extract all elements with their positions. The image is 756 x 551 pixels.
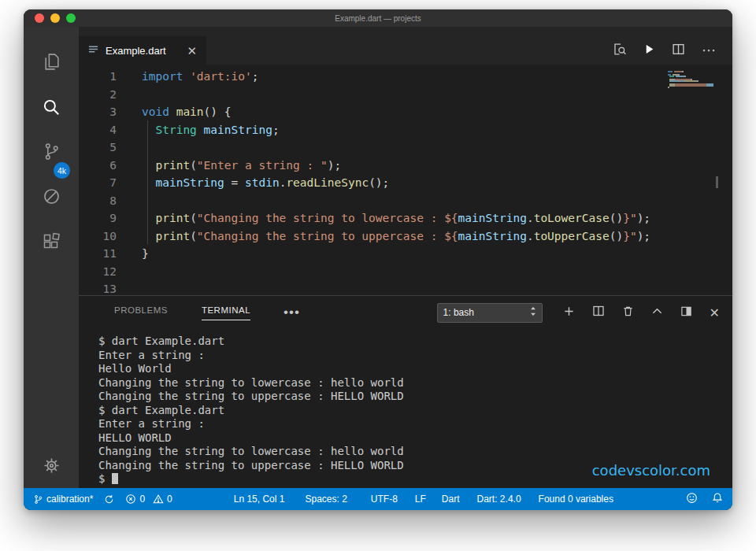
code-line: 8 [79,192,732,210]
line-number: 10 [79,227,142,246]
sync-icon [104,494,114,505]
tab-bar: Example.dart ✕ [79,27,732,65]
line-number: 1 [79,68,142,86]
window-title: Example.dart — projects [335,14,421,23]
terminal-line: $ dart Example.dart [98,404,732,418]
line-number: 6 [79,157,142,175]
line-number: 3 [79,103,142,121]
terminal-line: Hello World [98,362,732,376]
close-window-button[interactable] [35,13,44,23]
terminal-cursor [112,473,118,484]
tab-terminal[interactable]: TERMINAL [202,305,250,320]
errors-status[interactable]: 0 [125,494,145,505]
code-line: 9 print("Changing the string to lowercas… [79,209,732,227]
zoom-window-button[interactable] [66,13,76,23]
editor-lines: 1import 'dart:io';23void main() {4 Strin… [79,68,732,295]
tab-problems[interactable]: PROBLEMS [114,305,168,320]
git-branch-icon [33,494,43,505]
eol-status[interactable]: LF [415,494,426,505]
panel-more-icon[interactable]: ••• [284,305,300,320]
error-icon [125,494,136,505]
line-number: 9 [79,209,142,227]
code-line: 4 String mainString; [79,121,732,139]
code-line: 1import 'dart:io'; [79,68,732,86]
panel-layout-icon[interactable] [680,305,692,320]
activity-explorer[interactable] [32,39,70,84]
code-editor[interactable]: 1import 'dart:io';23void main() {4 Strin… [79,65,732,295]
new-terminal-icon[interactable] [563,305,575,320]
line-number: 5 [79,139,142,157]
tab-example-dart[interactable]: Example.dart ✕ [79,36,206,65]
activity-debug[interactable] [32,174,70,219]
code-line: 12 [79,263,732,281]
extensions-icon [42,232,61,251]
indent-guide [147,120,148,244]
maximize-panel-icon[interactable] [651,305,663,320]
files-icon [42,52,61,72]
kill-terminal-icon[interactable] [622,305,634,320]
branch-status[interactable]: calibration* [33,494,93,505]
shell-select-value: 1: bash [443,307,474,318]
warnings-status[interactable]: 0 [153,494,172,505]
line-number: 13 [79,280,142,295]
more-actions-icon[interactable]: ⋯ [702,42,717,59]
activity-source-control[interactable]: 4k [32,129,70,174]
status-bar: calibration* 0 0 [24,488,732,510]
search-editor-icon[interactable] [612,42,627,60]
activity-extensions[interactable] [32,219,70,264]
terminal-shell-select[interactable]: 1: bash [437,303,543,323]
terminal-line: $ dart Example.dart [98,335,732,349]
minimize-window-button[interactable] [50,13,60,23]
terminal-line: Enter a string : [98,417,732,431]
sync-status[interactable] [104,494,114,505]
encoding-status[interactable]: UTF-8 [371,494,398,505]
activity-search[interactable] [32,84,70,129]
source-control-icon [42,142,61,161]
panel-actions: ✕ [563,305,720,320]
line-number: 2 [79,86,142,104]
line-number: 12 [79,263,142,281]
gear-icon [42,464,61,478]
titlebar[interactable]: Example.dart — projects [24,9,732,27]
code-line: 3void main() { [79,103,732,121]
line-number: 11 [79,245,142,263]
minimap[interactable] [668,68,713,89]
split-terminal-icon[interactable] [592,305,605,320]
sdk-version-status[interactable]: Dart: 2.4.0 [477,494,521,505]
watermark: codevscolor.com [592,464,710,478]
tab-label: Example.dart [106,45,180,57]
code-line: 10 print("Changing the string to upperca… [79,227,732,246]
cursor-position-status[interactable]: Ln 15, Col 1 [234,494,285,505]
warning-icon [153,494,164,505]
feedback-smiley-icon[interactable] [686,492,698,506]
code-line: 5 [79,139,732,157]
code-line: 11} [79,245,732,263]
warnings-count: 0 [167,494,172,505]
code-line: 2 [79,86,732,104]
traffic-lights [35,13,76,23]
indentation-status[interactable]: Spaces: 2 [305,494,346,505]
settings-gear-button[interactable] [42,456,61,479]
vscode-window: Example.dart — projects [24,9,732,510]
tab-close-icon[interactable]: ✕ [187,45,197,57]
editor-scrollbar[interactable] [716,176,718,188]
terminal-line: Changing the string to uppercase : HELLO… [98,390,732,404]
updown-arrows-icon [530,306,536,319]
line-number: 8 [79,192,142,210]
run-icon[interactable] [643,43,655,58]
editor-toolbar: ⋯ [596,36,732,65]
code-line: 13 [79,280,732,295]
code-line: 7 mainString = stdin.readLineSync(); [79,174,732,192]
terminal-line: HELLO WORLD [98,431,732,446]
file-icon [88,44,98,57]
panel-header: PROBLEMS TERMINAL ••• 1: bash [79,296,732,329]
language-status[interactable]: Dart [442,494,460,505]
terminal-line: Changing the string to lowercase : hello… [98,376,732,390]
terminal[interactable]: $ dart Example.dartEnter a string : Hell… [79,329,732,488]
branch-label: calibration* [46,494,93,505]
notifications-bell-icon[interactable] [712,492,723,506]
close-panel-icon[interactable]: ✕ [710,305,720,320]
debug-disabled-icon [42,187,61,206]
variables-status[interactable]: Found 0 variables [539,494,613,505]
split-editor-icon[interactable] [672,43,685,59]
